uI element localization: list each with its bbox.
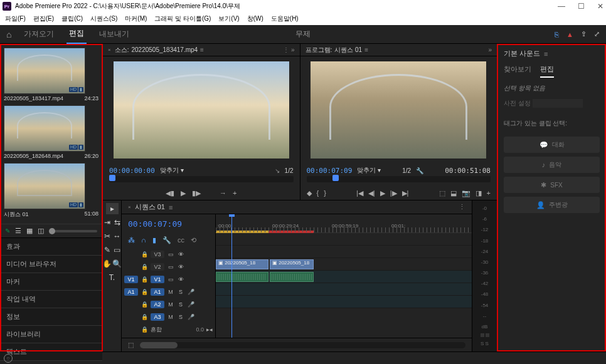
- list-view-icon[interactable]: ☰: [15, 227, 21, 235]
- panel-menu-icon[interactable]: ×: [108, 47, 111, 53]
- es-tag-button[interactable]: 💬대화: [504, 137, 600, 153]
- rect-tool[interactable]: ▭: [113, 244, 122, 256]
- freeform-view-icon[interactable]: ◫: [38, 227, 44, 235]
- lock-icon[interactable]: 🔒: [141, 289, 148, 295]
- panel-section[interactable]: 라이브러리: [0, 326, 102, 343]
- fullscreen-icon[interactable]: ⤢: [594, 30, 600, 38]
- ripple-tool[interactable]: ⇆: [113, 217, 122, 228]
- link-icon[interactable]: ∩: [141, 236, 146, 244]
- solo-icon[interactable]: S: [177, 301, 184, 308]
- step-back-icon[interactable]: ◀|: [368, 189, 375, 197]
- menu-item[interactable]: 파일(F): [5, 14, 26, 23]
- icon-view-icon[interactable]: ▦: [26, 227, 33, 235]
- playhead[interactable]: [231, 214, 232, 338]
- timeline-close-icon[interactable]: ×: [128, 204, 131, 210]
- source-patch[interactable]: A1: [124, 288, 138, 296]
- step-forward-icon[interactable]: ▮▶: [192, 189, 201, 197]
- mix-value[interactable]: 0.0: [196, 326, 204, 333]
- quick-export-icon[interactable]: ⎘: [555, 31, 559, 38]
- slip-tool[interactable]: ↔: [113, 231, 122, 242]
- link-toggle-icon[interactable]: ⟲: [191, 236, 196, 244]
- go-out-icon[interactable]: ▶|: [402, 189, 409, 197]
- menu-item[interactable]: 창(W): [247, 14, 263, 23]
- eye-icon[interactable]: 👁: [177, 276, 184, 283]
- timeline-menu-icon[interactable]: ⋮: [459, 203, 465, 211]
- lock-icon[interactable]: 🔒: [141, 326, 148, 333]
- add-marker-icon[interactable]: ◆: [307, 189, 312, 197]
- add-icon[interactable]: +: [233, 189, 237, 197]
- tab-export[interactable]: 내보내기: [97, 25, 132, 43]
- visibility-icon[interactable]: ▭: [167, 251, 174, 257]
- panel-section[interactable]: 효과: [0, 238, 102, 256]
- visibility-icon[interactable]: ▭: [167, 264, 174, 270]
- home-icon[interactable]: ⌂: [6, 29, 11, 39]
- go-in-icon[interactable]: |◀: [356, 189, 363, 197]
- clip-thumbnail[interactable]: HD▮: [4, 48, 85, 94]
- es-tab-edit[interactable]: 편집: [540, 65, 554, 78]
- voice-icon[interactable]: 🎤: [187, 289, 194, 295]
- solo-icon[interactable]: S: [177, 314, 184, 320]
- clip-thumbnail[interactable]: HD▮: [4, 163, 85, 209]
- source-scrubber[interactable]: [109, 176, 294, 182]
- timeline-timecode[interactable]: 00:00:07:09: [122, 214, 215, 234]
- track-select-tool[interactable]: ⇥: [103, 217, 112, 228]
- type-tool[interactable]: T.: [106, 272, 119, 283]
- razor-tool[interactable]: ✂: [103, 231, 112, 242]
- panel-section[interactable]: 정보: [0, 308, 102, 326]
- lock-icon[interactable]: 🔒: [141, 264, 148, 270]
- voice-icon[interactable]: 🎤: [187, 314, 194, 320]
- track-toggle[interactable]: A2: [151, 301, 164, 308]
- track-toggle[interactable]: V3: [151, 251, 164, 258]
- mute-icon[interactable]: M: [167, 289, 174, 295]
- menu-item[interactable]: 마커(M): [125, 14, 147, 23]
- program-scrubber[interactable]: [307, 176, 491, 182]
- maximize-button[interactable]: ☐: [578, 2, 585, 11]
- mark-in-button[interactable]: {: [317, 189, 319, 197]
- close-button[interactable]: ✕: [597, 2, 603, 11]
- menu-item[interactable]: 편집(E): [33, 14, 54, 23]
- program-fit-select[interactable]: 맞추기 ▾: [357, 166, 381, 175]
- compare-icon[interactable]: ◨: [476, 189, 482, 197]
- lock-icon[interactable]: 🔒: [141, 301, 148, 308]
- source-timecode[interactable]: 00:00:00:00: [109, 167, 155, 175]
- new-item-icon[interactable]: ✎: [5, 227, 10, 234]
- snap-icon[interactable]: ⁂: [128, 236, 135, 244]
- program-viewport[interactable]: [311, 61, 486, 159]
- menu-item[interactable]: 보기(V): [218, 14, 239, 23]
- lock-icon[interactable]: 🔒: [141, 251, 148, 257]
- chevron-icon[interactable]: ▸◂: [206, 326, 213, 333]
- menu-item[interactable]: 그래픽 및 타이틀(G): [154, 14, 211, 23]
- warning-icon[interactable]: ▲: [566, 31, 573, 38]
- timeline-clip[interactable]: ▣ 20220505_18: [216, 259, 268, 269]
- zoom-tool[interactable]: 🔍: [113, 258, 122, 269]
- mute-icon[interactable]: M: [167, 301, 174, 308]
- selection-tool[interactable]: ▸: [106, 203, 119, 214]
- cc-icon[interactable]: cc: [178, 236, 184, 244]
- track-toggle[interactable]: V2: [151, 263, 164, 271]
- source-viewport[interactable]: [114, 61, 289, 159]
- program-timecode[interactable]: 00:00:07:09: [307, 167, 353, 175]
- solo-icon[interactable]: S: [177, 289, 184, 295]
- track-toggle[interactable]: A3: [151, 313, 164, 321]
- eye-icon[interactable]: 👁: [177, 251, 184, 257]
- insert-icon[interactable]: →: [220, 189, 226, 197]
- tab-import[interactable]: 가져오기: [21, 25, 56, 43]
- timeline-audio-clip[interactable]: [216, 272, 268, 282]
- lock-icon[interactable]: 🔒: [141, 276, 148, 283]
- hand-tool[interactable]: ✋: [103, 258, 112, 269]
- share-icon[interactable]: ⇪: [581, 30, 587, 38]
- timeline-scroll[interactable]: [140, 342, 465, 348]
- zoom-slider[interactable]: [49, 230, 97, 232]
- voice-icon[interactable]: 🎤: [187, 301, 194, 308]
- timeline-clip[interactable]: ▣ 20220505_18: [270, 259, 314, 269]
- track-toggle[interactable]: V1: [151, 276, 164, 283]
- marker-icon[interactable]: ▮: [152, 236, 156, 244]
- eye-icon[interactable]: 👁: [177, 264, 184, 270]
- source-patch[interactable]: V1: [124, 276, 138, 283]
- minimize-button[interactable]: —: [558, 2, 565, 11]
- visibility-icon[interactable]: ▭: [167, 276, 174, 283]
- menu-item[interactable]: 클립(C): [61, 14, 83, 23]
- mute-icon[interactable]: M: [167, 314, 174, 320]
- timeline-audio-clip[interactable]: [270, 272, 314, 282]
- panel-section[interactable]: 마커: [0, 273, 102, 291]
